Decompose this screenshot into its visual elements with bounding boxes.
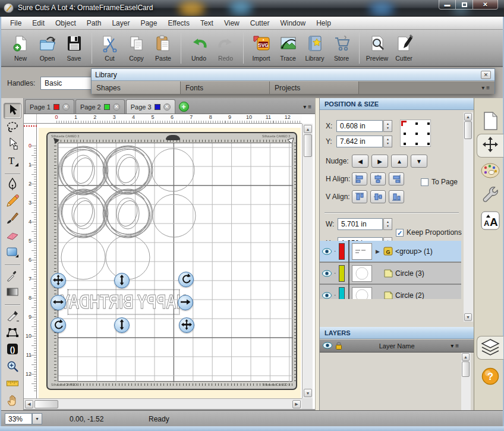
- tab-document[interactable]: [477, 109, 503, 133]
- library-tab-projects[interactable]: Projects: [270, 81, 359, 94]
- scroll-thumb[interactable]: [464, 121, 472, 139]
- preview-button[interactable]: Preview: [364, 32, 390, 65]
- import-button[interactable]: SVGImport: [248, 32, 275, 65]
- canvas-vertical-scrollbar[interactable]: ▲ ▼: [302, 124, 313, 398]
- app-icon[interactable]: [4, 3, 14, 13]
- save-button[interactable]: Save: [61, 32, 87, 65]
- layer-expand-icon[interactable]: ▶: [376, 248, 383, 254]
- library-tab-menu-icon[interactable]: ▾ ≡: [481, 84, 490, 91]
- page-color-swatch[interactable]: [104, 104, 110, 110]
- anchor-point-selector[interactable]: [400, 119, 431, 147]
- handles-dropdown[interactable]: Basic: [40, 77, 93, 90]
- align-right-button[interactable]: [389, 172, 404, 185]
- tab-position-size[interactable]: [477, 134, 503, 158]
- layer-color-bar[interactable]: [339, 243, 345, 260]
- width-input[interactable]: 5.701 in: [338, 218, 383, 230]
- nudge-left-button[interactable]: ◀: [352, 155, 368, 168]
- page-color-swatch[interactable]: [155, 104, 160, 110]
- tool-node-select[interactable]: [4, 137, 21, 153]
- nudge-down-button[interactable]: ▼: [411, 155, 427, 168]
- tab-text-options[interactable]: AA: [477, 209, 503, 232]
- tab-fill-stroke[interactable]: [477, 159, 503, 183]
- lock-icon[interactable]: [335, 341, 343, 351]
- selection-bounding-box[interactable]: HAPPY BIRTHDAY: [68, 290, 179, 314]
- y-stepper[interactable]: ▲▼: [383, 136, 392, 147]
- layer-name[interactable]: <group> (1): [395, 247, 433, 256]
- title-bar[interactable]: Sure Cuts A Lot 4: OrnateFrameEaselCard …: [0, 0, 504, 17]
- layer-row[interactable]: · Circle (3): [320, 263, 461, 285]
- layers-header[interactable]: LAYERS: [320, 327, 474, 339]
- close-button[interactable]: ✕: [473, 0, 498, 10]
- scroll-left-icon[interactable]: ◀: [25, 400, 33, 408]
- layer-name[interactable]: Circle (3): [395, 269, 424, 278]
- keep-proportions-checkbox-box[interactable]: ✓: [396, 229, 404, 237]
- layer-lock-dot[interactable]: ·: [334, 292, 339, 298]
- menu-help[interactable]: Help: [311, 17, 336, 29]
- handle-rotate[interactable]: [178, 272, 194, 287]
- add-page-button[interactable]: +: [179, 102, 189, 112]
- tool-brush[interactable]: [4, 211, 21, 227]
- y-input[interactable]: 7.642 in: [336, 136, 383, 147]
- anchor-point[interactable]: [415, 143, 418, 145]
- copy-button[interactable]: Copy: [123, 32, 150, 65]
- scroll-up-icon[interactable]: ▲: [462, 353, 470, 361]
- page-close-icon[interactable]: ✕: [62, 103, 70, 111]
- nudge-up-button[interactable]: ▲: [391, 155, 408, 168]
- menu-page[interactable]: Page: [135, 17, 162, 29]
- scroll-down-icon[interactable]: ▼: [304, 389, 312, 397]
- tool-hand[interactable]: [4, 393, 21, 409]
- anchor-point[interactable]: [427, 122, 430, 125]
- tool-select[interactable]: [4, 103, 21, 119]
- align-left-button[interactable]: [352, 172, 367, 185]
- keep-proportions-checkbox[interactable]: ✓ Keep Proportions: [396, 228, 462, 237]
- tab-tool-options[interactable]: [477, 184, 503, 207]
- menu-object[interactable]: Object: [50, 17, 81, 29]
- menu-file[interactable]: File: [5, 17, 27, 29]
- library-tab-fonts[interactable]: Fonts: [181, 81, 270, 94]
- tool-shape-nodes[interactable]: [4, 325, 21, 341]
- zoom-level-box[interactable]: 33%: [5, 413, 32, 424]
- layer-color-bar[interactable]: [339, 265, 345, 282]
- tool-gradient[interactable]: [4, 285, 21, 301]
- cutter-button[interactable]: Cutter: [390, 32, 417, 65]
- tool-pen[interactable]: [4, 177, 21, 193]
- tool-zoom[interactable]: [4, 359, 21, 375]
- handle-move[interactable]: [179, 317, 194, 333]
- page-close-icon[interactable]: ✕: [113, 103, 120, 111]
- layer-row[interactable]: · ▶ G <group> (1): [320, 241, 461, 263]
- page-tab-page-3[interactable]: Page 3 ✕: [126, 99, 175, 114]
- tool-bracket[interactable]: (): [4, 342, 21, 358]
- store-button[interactable]: Store: [328, 32, 355, 65]
- cut-button[interactable]: Cut: [96, 32, 123, 65]
- mirrored-text-object[interactable]: HAPPY BIRTHDAY: [80, 289, 166, 314]
- menu-layer[interactable]: Layer: [106, 17, 135, 29]
- anchor-point[interactable]: [404, 133, 406, 135]
- page-color-swatch[interactable]: [53, 104, 59, 110]
- anchor-point[interactable]: [427, 143, 430, 145]
- scroll-up-icon[interactable]: ▲: [464, 113, 472, 121]
- scroll-up-icon[interactable]: ▲: [304, 125, 312, 133]
- layer-thumbnail[interactable]: [352, 287, 372, 300]
- layers-scrollbar[interactable]: ▲: [461, 353, 471, 410]
- scroll-down-icon[interactable]: ▼: [464, 313, 472, 321]
- layer-visibility-eye-icon[interactable]: [320, 292, 334, 299]
- anchor-point[interactable]: [415, 133, 418, 135]
- tool-rectangle[interactable]: [4, 245, 21, 261]
- library-window-titlebar[interactable]: Library ✕: [92, 69, 494, 81]
- layers-menu-icon[interactable]: ▾ ≡: [451, 342, 459, 349]
- nudge-right-button[interactable]: ▶: [371, 155, 388, 168]
- minimize-button[interactable]: ▬: [439, 0, 456, 10]
- align-top-button[interactable]: [352, 190, 367, 203]
- layer-row[interactable]: · Circle (2): [320, 285, 461, 299]
- tool-ruler[interactable]: [4, 376, 21, 392]
- scroll-thumb[interactable]: [462, 361, 470, 377]
- layer-lock-dot[interactable]: ·: [334, 270, 339, 276]
- page-tab-page-2[interactable]: Page 2 ✕: [75, 99, 125, 114]
- library-close-icon[interactable]: ✕: [481, 71, 491, 79]
- new-button[interactable]: New: [7, 32, 34, 65]
- trace-button[interactable]: Trace: [275, 32, 301, 65]
- layer-thumbnail[interactable]: [352, 243, 372, 260]
- panel-splitter[interactable]: [315, 98, 319, 410]
- menu-text[interactable]: Text: [195, 17, 219, 29]
- menu-path[interactable]: Path: [81, 17, 107, 29]
